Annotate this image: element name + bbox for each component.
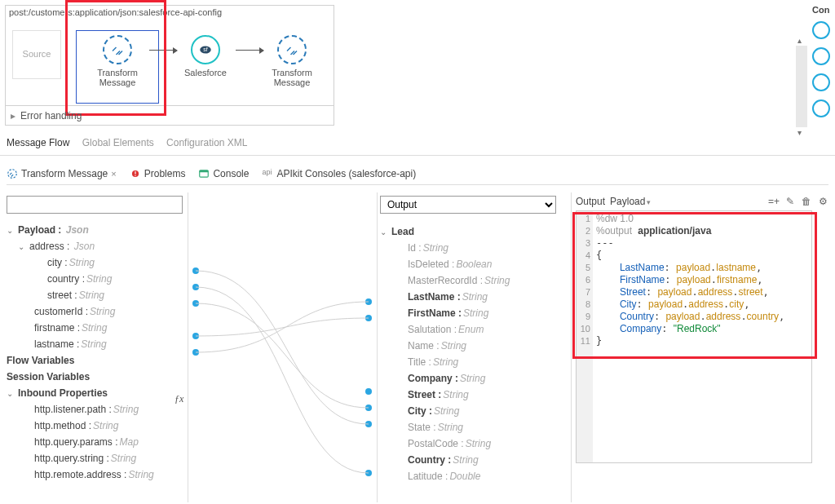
tab-message-flow[interactable]: Message Flow [7, 137, 69, 148]
tree-lead-field[interactable]: Company : String [380, 370, 559, 387]
tree-inbound-item[interactable]: http.method : String [7, 418, 188, 434]
svg-point-2 [8, 170, 17, 179]
svg-text:sf: sf [203, 46, 207, 52]
scroll-down-icon[interactable]: ▾ [797, 128, 802, 137]
scroll-up-icon[interactable]: ▴ [797, 36, 802, 45]
code-gutter: 1234567891011 [577, 211, 593, 462]
node-transform-2[interactable]: Transform Message [263, 35, 320, 87]
right-side-panel: Con [812, 5, 832, 126]
tab-apikit-consoles[interactable]: api APIkit Consoles (salesforce-api) [262, 168, 416, 179]
input-tree-panel: ⌄Payload : Json ⌄address : Json city : S… [7, 196, 188, 497]
tree-flow-variables[interactable]: Flow Variables [7, 352, 188, 369]
tree-payload[interactable]: ⌄Payload : Json [7, 222, 188, 238]
side-tool-4[interactable] [812, 99, 830, 117]
tree-lead-field[interactable]: MasterRecordId : String [380, 272, 559, 289]
output-label: Output [576, 196, 605, 207]
code-panel: Output Payload =+ ✎ 🗑 ⚙ 1234567891011 %d… [576, 196, 828, 497]
tree-lead-field[interactable]: FirstName : String [380, 305, 559, 321]
tree-lead-field[interactable]: City : String [380, 403, 559, 419]
tab-problems[interactable]: Problems [130, 168, 186, 179]
tree-country[interactable]: country : String [7, 271, 188, 287]
tree-inbound-item[interactable]: http.query.string : String [7, 450, 188, 466]
code-content[interactable]: %dw 1.0%output application/java---{ Last… [593, 211, 811, 462]
tree-lead-field[interactable]: Country : String [380, 452, 559, 468]
tree-lead-field[interactable]: LastName : String [380, 289, 559, 305]
flow-title: post:/customers:application/json:salesfo… [9, 7, 222, 17]
tree-lead-field[interactable]: PostalCode : String [380, 435, 559, 452]
side-tool-3[interactable] [812, 73, 830, 91]
tree-lead-field[interactable]: Name : String [380, 338, 559, 354]
chevron-down-icon: ⌄ [380, 228, 391, 237]
flow-source[interactable]: Source [12, 30, 61, 79]
flow-arrow [149, 50, 177, 51]
tree-inbound-item[interactable]: http.listener.path : String [7, 401, 188, 418]
node-label: Salesforce [177, 68, 234, 77]
api-icon: api [262, 168, 273, 179]
output-select[interactable]: Output [380, 196, 556, 214]
tree-inbound-item[interactable]: http.query.params : Map [7, 434, 188, 450]
node-label: Transform Message [89, 68, 146, 87]
chevron-down-icon: ⌄ [18, 242, 29, 251]
canvas-scrollbar[interactable]: ▴ ▾ [796, 46, 807, 127]
svg-point-15 [365, 388, 372, 395]
transform-icon [103, 35, 132, 64]
tree-lead-field[interactable]: Title : String [380, 354, 559, 370]
console-icon [198, 168, 210, 179]
chevron-right-icon: ▸ [11, 110, 15, 122]
tree-street[interactable]: street : String [7, 287, 188, 303]
transform-icon [277, 35, 307, 64]
node-transform-1[interactable]: Transform Message [89, 35, 146, 87]
tree-lead[interactable]: ⌄Lead [380, 223, 559, 240]
error-handling-row[interactable]: ▸ Error handling [5, 106, 334, 126]
tab-configuration-xml[interactable]: Configuration XML [166, 137, 247, 148]
tree-lead-field[interactable]: Id : String [380, 240, 559, 256]
tree-lead-field[interactable]: Latitude : Double [380, 468, 559, 484]
flow-arrow [236, 50, 263, 51]
tree-customerid[interactable]: customerId : String [7, 303, 188, 320]
chevron-down-icon: ⌄ [7, 226, 18, 235]
add-output-button[interactable]: =+ [768, 196, 780, 207]
node-salesforce[interactable]: sf Salesforce [177, 35, 234, 77]
svg-rect-4 [135, 171, 135, 175]
side-tool-2[interactable] [812, 47, 830, 65]
settings-button[interactable]: ⚙ [817, 196, 828, 207]
tree-lead-field[interactable]: Street : String [380, 387, 559, 403]
tree-address[interactable]: ⌄address : Json [7, 238, 188, 254]
problems-icon [130, 168, 141, 179]
tab-console[interactable]: Console [198, 168, 249, 179]
tree-filter-input[interactable] [7, 196, 183, 214]
payload-dropdown[interactable]: Payload [610, 196, 651, 207]
flow-canvas[interactable]: post:/customers:application/json:salesfo… [5, 5, 334, 106]
tree-lead-field[interactable]: State : String [380, 419, 559, 435]
tree-inbound-properties[interactable]: ⌄Inbound Properties [7, 385, 188, 401]
side-label: Con [812, 5, 832, 15]
transform-icon [7, 168, 18, 179]
delete-button[interactable]: 🗑 [801, 196, 812, 207]
tree-firstname[interactable]: firstname : String [7, 320, 188, 336]
output-tree-panel: Output ⌄Lead Id : StringIsDeleted : Bool… [380, 196, 559, 497]
code-editor[interactable]: 1234567891011 %dw 1.0%output application… [576, 210, 812, 463]
fx-icon: ƒx [175, 393, 183, 405]
tree-lead-field[interactable]: Salutation : Enum [380, 321, 559, 338]
tree-lastname[interactable]: lastname : String [7, 336, 188, 352]
chevron-down-icon: ⌄ [7, 389, 18, 398]
side-tool-1[interactable] [812, 21, 830, 39]
tab-global-elements[interactable]: Global Elements [82, 137, 154, 148]
salesforce-icon: sf [191, 35, 220, 64]
tree-inbound-item[interactable]: http.remote.address : String [7, 466, 188, 483]
edit-button[interactable]: ✎ [784, 196, 796, 207]
svg-rect-5 [135, 175, 135, 176]
tree-session-variables[interactable]: Session Variables [7, 369, 188, 385]
tree-city[interactable]: city : String [7, 254, 188, 271]
bottom-tabs: Transform Message × Problems Console api… [7, 168, 828, 185]
tree-lead-field[interactable]: IsDeleted : Boolean [380, 256, 559, 272]
close-icon[interactable]: × [111, 169, 116, 179]
mapping-panel[interactable]: ƒx [189, 196, 375, 497]
node-label: Transform Message [263, 68, 320, 87]
tab-transform-message[interactable]: Transform Message × [7, 168, 117, 179]
svg-rect-7 [200, 170, 209, 172]
canvas-sub-tabs: Message Flow Global Elements Configurati… [7, 137, 258, 148]
